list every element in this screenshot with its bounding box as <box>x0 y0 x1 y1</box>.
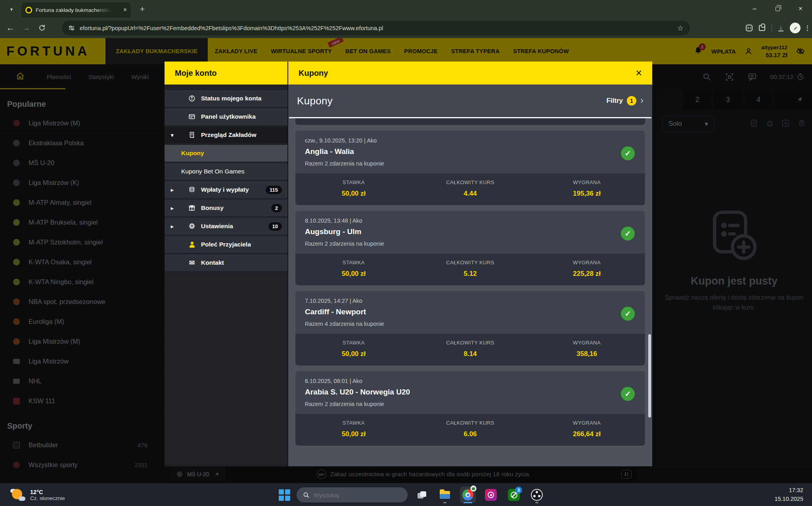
info-icon <box>187 95 197 102</box>
modal-close-icon[interactable]: × <box>636 68 642 79</box>
file-explorer-button[interactable] <box>436 486 454 504</box>
coupon-date: 8.10.2025, 13:48 | Ako <box>305 217 636 224</box>
coupon-card[interactable]: 8.10.2025, 13:48 | Ako Augsburg - Ulm Ra… <box>295 211 645 285</box>
profile-avatar[interactable] <box>790 23 801 33</box>
url-bar[interactable]: ☆ <box>62 21 690 35</box>
weather-desc: Cz. słonecznie <box>30 495 65 501</box>
task-view-button[interactable] <box>413 486 431 504</box>
back-button[interactable]: ← <box>2 20 18 36</box>
chevron-right-icon: ▸ <box>171 223 174 229</box>
menu-badge: 2 <box>271 204 282 212</box>
filters-label: Filtry <box>606 97 623 105</box>
account-menu: Status mojego konta Panel użytkownika ▾ … <box>165 85 287 271</box>
coupon-card[interactable]: czw., 9.10.2025, 13:20 | Ako Anglia - Wa… <box>295 131 645 205</box>
menu-item-ustawienia[interactable]: ▸ ⚙ Ustawienia 10 <box>165 218 287 235</box>
stake-label: STAWKA <box>295 340 412 346</box>
coupon-events: Razem 2 zdarzenia na kuponie <box>305 401 636 407</box>
menu-item-panel[interactable]: Panel użytkownika <box>165 108 287 125</box>
obs-button[interactable] <box>528 486 546 504</box>
menu-item-wplaty[interactable]: ▸ Wpłaty i wypłaty 115 <box>165 181 287 198</box>
new-tab-button[interactable]: + <box>136 3 148 15</box>
filters-button[interactable]: Filtry 1 › <box>606 96 643 106</box>
won-check-icon: ✓ <box>621 227 635 240</box>
toolbar-icons: ↓ <box>746 21 808 35</box>
chevron-down-icon: ▾ <box>171 132 174 138</box>
modal-scrollbar-thumb[interactable] <box>648 334 651 417</box>
search-icon <box>303 492 310 498</box>
menu-item-status[interactable]: Status mojego konta <box>165 90 287 107</box>
menu-item-kupony[interactable]: Kupony <box>165 145 287 162</box>
coupon-summary: 6.10.2025, 08:01 | Ako Arabia S. U20 - N… <box>295 371 645 414</box>
win-label: WYGRANA <box>529 179 645 185</box>
taskbar-search[interactable] <box>297 487 408 502</box>
xbox-button[interactable]: 3 <box>505 486 523 504</box>
coupon-match: Arabia S. U20 - Norwegia U20 <box>305 388 636 396</box>
win-value: 195,36 zł <box>529 190 645 198</box>
start-button[interactable] <box>278 488 291 502</box>
menu-label: Bonusy <box>201 204 224 212</box>
window-minimize-button[interactable]: – <box>743 0 766 17</box>
coupon-summary: czw., 9.10.2025, 13:20 | Ako Anglia - Wa… <box>295 131 645 173</box>
coupons-panel-title: Kupony <box>297 95 333 107</box>
tab-search-icon[interactable]: ▾ <box>6 4 17 14</box>
coupon-summary: 8.10.2025, 13:48 | Ako Augsburg - Ulm Ra… <box>295 211 645 254</box>
xbox-badge: 3 <box>515 487 522 494</box>
extensions-icon[interactable] <box>759 25 765 31</box>
odds-label: CAŁKOWITY KURS <box>412 420 529 426</box>
window-maximize-button[interactable] <box>766 0 789 17</box>
weather-widget[interactable]: 12°C Cz. słonecznie <box>0 488 127 502</box>
receipt-icon <box>187 131 197 139</box>
coupon-date: 7.10.2025, 14:27 | Ako <box>305 298 636 304</box>
menu-label: Ustawienia <box>201 223 233 230</box>
coins-icon <box>187 186 197 193</box>
coupons-list: czw., 9.10.2025, 13:20 | Ako Anglia - Wa… <box>288 118 652 466</box>
won-check-icon: ✓ <box>621 307 635 321</box>
loyalty-app-button[interactable] <box>482 486 500 504</box>
menu-item-kontakt[interactable]: ✉ Kontakt <box>165 254 287 271</box>
menu-item-polec-przyjaciela[interactable]: Poleć Przyjaciela <box>165 236 287 253</box>
forward-button[interactable]: → <box>18 20 34 36</box>
browser-titlebar: ▾ Fortuna zakłady bukmacherskie × + – × <box>0 0 812 17</box>
downloads-icon[interactable]: ↓ <box>778 25 783 31</box>
coupon-card[interactable]: 6.10.2025, 08:01 | Ako Arabia S. U20 - N… <box>295 371 645 446</box>
win-label: WYGRANA <box>529 420 645 426</box>
taskbar-search-input[interactable] <box>314 492 389 498</box>
menu-item-bonusy[interactable]: ▸ Bonusy 2 <box>165 200 287 216</box>
account-modal-header: Moje konto <box>165 62 287 85</box>
tab-groups-icon[interactable] <box>746 25 753 31</box>
clock-date: 15.10.2025 <box>774 495 803 504</box>
avatar-plant-icon <box>792 25 799 31</box>
odds-label: CAŁKOWITY KURS <box>412 179 529 185</box>
window-close-button[interactable]: × <box>789 0 812 17</box>
browser-tab[interactable]: Fortuna zakłady bukmacherskie × <box>21 2 131 17</box>
browser-menu-icon[interactable] <box>807 24 808 32</box>
chrome-button[interactable] <box>459 486 477 504</box>
menu-item-przeglad-zakladow[interactable]: ▾ Przegląd Zakładów <box>165 127 287 143</box>
win-label: WYGRANA <box>529 340 645 346</box>
reload-button[interactable] <box>34 20 50 36</box>
chrome-profile-badge <box>470 485 477 492</box>
url-input[interactable] <box>80 25 672 31</box>
tab-close-icon[interactable]: × <box>123 6 127 13</box>
coupon-card[interactable]: 7.10.2025, 14:27 | Ako Cardiff - Newport… <box>295 291 645 366</box>
menu-label: Kupony Bet On Games <box>181 168 244 175</box>
coupon-date: czw., 9.10.2025, 13:20 | Ako <box>305 137 636 144</box>
partial-coupon-card <box>295 118 645 125</box>
taskbar-clock[interactable]: 17:32 15.10.2025 <box>774 486 812 504</box>
coupons-modal: Kupony × Kupony Filtry 1 › czw., 9.10.20… <box>288 62 652 466</box>
menu-label: Kupony <box>181 150 204 157</box>
win-label: WYGRANA <box>529 260 645 266</box>
win-value: 266,64 zł <box>529 430 645 438</box>
gift-icon <box>187 204 197 212</box>
coupon-summary: 7.10.2025, 14:27 | Ako Cardiff - Newport… <box>295 291 645 334</box>
dashboard-icon <box>187 113 197 120</box>
refer-friend-icon <box>187 242 197 248</box>
stake-value: 50,00 zł <box>295 430 412 438</box>
fortuna-favicon-icon <box>25 7 32 13</box>
bookmark-star-icon[interactable]: ☆ <box>677 24 684 33</box>
toolbar-divider <box>772 24 772 32</box>
site-settings-icon[interactable] <box>68 25 75 31</box>
chevron-right-icon: › <box>640 96 643 105</box>
menu-item-kupony-bet-on-games[interactable]: Kupony Bet On Games <box>165 163 287 180</box>
restore-icon <box>776 7 780 11</box>
